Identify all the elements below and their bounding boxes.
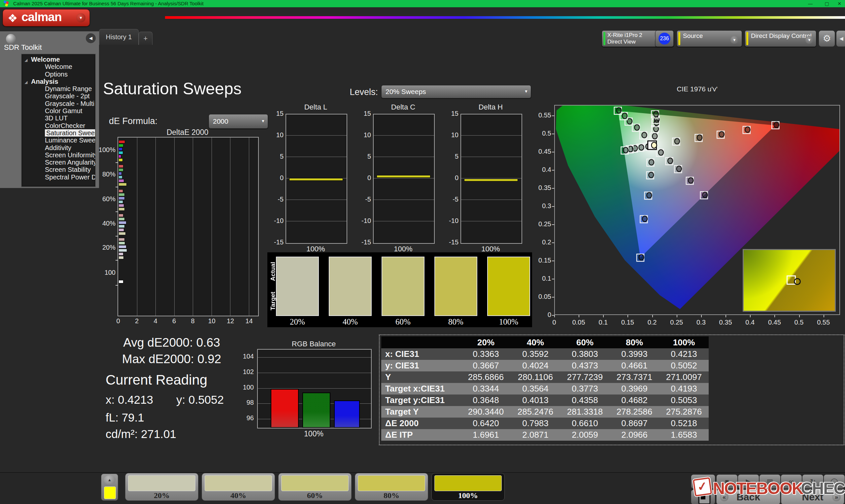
table-col-header-80%: 80%: [610, 337, 659, 348]
table-cell: 0.3969: [610, 383, 659, 395]
tree-item-additivity[interactable]: Additivity: [22, 144, 95, 151]
compare-swatch-20%: [276, 257, 319, 316]
delta-chart-title: Delta L: [285, 103, 346, 111]
title-bar: Calman 2025 Calman Ultimate for Business…: [0, 0, 845, 7]
back-button[interactable]: « Back: [716, 489, 780, 504]
delta-y-tick: 10: [357, 131, 371, 139]
tick: [116, 187, 118, 187]
pattern-color-patch: [128, 475, 195, 491]
source-dropdown[interactable]: Source ▼: [677, 30, 742, 47]
pattern-button-label: 60%: [279, 491, 351, 500]
tree-item-screen-stability[interactable]: Screen Stability: [22, 166, 95, 173]
tree-item-screen-uniformity[interactable]: Screen Uniformity: [22, 151, 95, 159]
tree-item-spectral-power-dist-[interactable]: Spectral Power Dist.: [22, 174, 95, 181]
maximize-button[interactable]: ▢: [822, 0, 832, 7]
tree-item-3d-lut[interactable]: 3D LUT: [22, 114, 95, 122]
transport-stop-button[interactable]: [691, 489, 715, 504]
deltae-x-tick: 0: [115, 317, 122, 325]
pattern-preview-control[interactable]: ▲: [101, 474, 118, 501]
tree-group-analysis[interactable]: ◢Analysis: [22, 78, 95, 85]
tree-item-colorchecker[interactable]: ColorChecker: [22, 122, 95, 129]
sidebar-orb-button[interactable]: [6, 34, 16, 44]
tree-item-grayscale-2pt[interactable]: Grayscale - 2pt: [22, 92, 95, 100]
deltae-bar-60%-1: [119, 193, 125, 196]
table-cell: 280.1106: [511, 372, 560, 383]
gridline: [286, 200, 347, 200]
gridline: [137, 138, 137, 316]
delta-value-bar: [289, 178, 343, 181]
chevron-down-icon: ▼: [805, 36, 813, 44]
tree-item-label: Additivity: [45, 144, 71, 151]
tree-item-screen-angularity[interactable]: Screen Angularity: [22, 159, 95, 166]
tree-item-welcome[interactable]: Welcome: [22, 63, 95, 70]
back-label: Back: [736, 491, 760, 502]
current-fl: fL: 79.1: [106, 411, 144, 424]
table-corner: [381, 337, 461, 348]
tick: [652, 315, 653, 317]
meter-mode: Direct View: [608, 39, 636, 45]
pattern-button-20%[interactable]: 20%: [125, 473, 198, 501]
panel-collapse-button[interactable]: ◀: [836, 30, 845, 47]
loop-button[interactable]: ↻: [802, 474, 824, 489]
deltae-x-tick: 6: [171, 317, 178, 325]
cie-x-tick: 0.4: [742, 319, 758, 326]
tree-item-dynamic-range[interactable]: Dynamic Range: [22, 85, 95, 92]
pattern-button-label: 20%: [125, 491, 198, 500]
tree-item-label: Options: [45, 71, 68, 78]
levels-dropdown[interactable]: 20% Sweeps ▼: [381, 85, 531, 98]
settings-button[interactable]: ⚙: [818, 30, 835, 47]
tick: [552, 170, 554, 170]
tab-add-button[interactable]: +: [139, 32, 153, 45]
tree-item-luminance-sweeps[interactable]: Luminance Sweeps: [22, 137, 95, 144]
chart-button[interactable]: ▥: [759, 474, 781, 489]
play-button[interactable]: ▶: [738, 474, 759, 489]
max-de2000: Max dE2000: 0.92: [106, 352, 237, 366]
stop-button[interactable]: ■: [716, 474, 738, 489]
table-row-label: Target Y: [381, 406, 461, 418]
deltae-bar-20%-2: [119, 245, 126, 248]
minimize-button[interactable]: —: [805, 0, 815, 7]
table-cell: 275.2876: [659, 406, 709, 418]
record-button[interactable]: ◯: [824, 474, 845, 489]
table-row-label: Y: [381, 372, 461, 383]
de-formula-dropdown[interactable]: 2000 ▼: [209, 114, 268, 129]
gridline: [374, 221, 434, 221]
pattern-button-100%[interactable]: 100%: [432, 473, 505, 501]
tick: [552, 133, 554, 134]
sidebar-collapse-icon[interactable]: ◀: [86, 33, 96, 43]
close-button[interactable]: ✕: [834, 0, 844, 7]
tree-item-label: Spectral Power Dist.: [45, 174, 96, 181]
table-cell: 1.6961: [461, 429, 511, 441]
current-x: x: 0.4213: [106, 393, 153, 407]
swatch-row-label-target: Target: [269, 287, 277, 316]
meter-count-badge-wrap: 236: [655, 30, 674, 47]
display-control-dropdown[interactable]: Direct Display Control ▼: [745, 30, 816, 47]
tree-item-color-gamut[interactable]: Color Gamut: [22, 107, 95, 114]
cie-y-tick: 0.3: [531, 202, 551, 210]
tree-item-saturation-sweeps[interactable]: Saturation Sweeps: [22, 129, 95, 137]
pattern-button-40%[interactable]: 40%: [202, 473, 275, 501]
delta-y-tick: 15: [357, 110, 371, 118]
tree-group-label: Analysis: [30, 78, 58, 85]
continuous-button[interactable]: ∞: [781, 474, 802, 489]
pattern-button-80%[interactable]: 80%: [355, 473, 428, 501]
measured-point-cyan-3: [628, 146, 633, 152]
tree-group-welcome[interactable]: ◢Welcome: [22, 56, 95, 63]
calman-menu-button[interactable]: ❖ calman ▼: [3, 9, 90, 26]
tree-item-grayscale-multi[interactable]: Grayscale - Multi: [22, 100, 95, 107]
tree-item-label: Grayscale - Multi: [45, 100, 94, 107]
chevron-up-icon: ▲: [701, 479, 705, 484]
cie-y-tick: 0.25: [531, 220, 551, 228]
next-button[interactable]: Next »: [781, 489, 844, 504]
rgb-balance-title: RGB Balance: [257, 340, 370, 348]
tree-item-label: Luminance Sweeps: [45, 137, 96, 144]
transport-up-button[interactable]: ▲: [691, 474, 715, 489]
pattern-button-60%[interactable]: 60%: [278, 473, 352, 501]
deltae-bar-80%-0: [119, 165, 123, 168]
tree-item-options[interactable]: Options: [22, 71, 95, 78]
pattern-color-patch: [205, 475, 272, 491]
deltae-bar-20%-0: [119, 238, 125, 241]
tick: [552, 242, 554, 243]
chevron-left-icon: «: [720, 493, 728, 501]
tab-history-1[interactable]: History 1: [99, 29, 139, 45]
